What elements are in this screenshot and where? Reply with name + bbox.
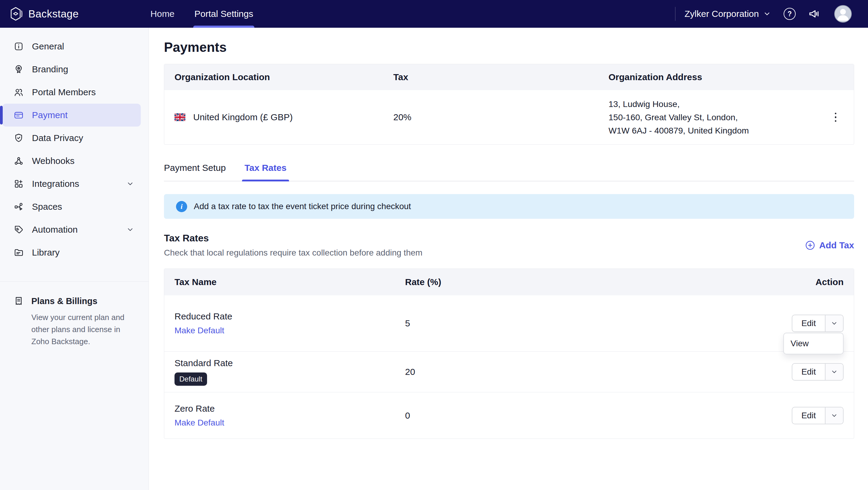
organization-location: United Kingdom (£ GBP): [193, 112, 293, 122]
help-icon[interactable]: ?: [784, 8, 796, 20]
edit-split-button: Edit: [792, 315, 844, 332]
organization-table: Organization Location Tax Organization A…: [164, 64, 854, 145]
sidebar-item-label: Portal Members: [32, 87, 96, 97]
nav-link-home[interactable]: Home: [150, 0, 175, 28]
chevron-down-icon[interactable]: [826, 407, 843, 424]
backstage-logo-icon: [10, 7, 23, 21]
info-icon: [13, 41, 24, 52]
plans-billings-link[interactable]: Plans & Billings: [13, 296, 136, 306]
sidebar-item-spaces[interactable]: Spaces: [2, 195, 141, 218]
brand-name: Backstage: [28, 8, 79, 20]
col-header-rate: Rate (%): [405, 277, 774, 287]
chevron-down-icon[interactable]: [763, 10, 771, 18]
sidebar-item-branding[interactable]: Branding: [2, 58, 141, 81]
sidebar-item-automation[interactable]: Automation: [2, 218, 141, 241]
organization-tax: 20%: [393, 112, 609, 122]
chevron-down-icon[interactable]: [826, 315, 843, 332]
plans-billings-section: Plans & Billings View your current plan …: [0, 282, 149, 347]
tax-rates-subtitle: Check that local regulations require tax…: [164, 248, 423, 258]
tax-name-cell: Zero Rate Make Default: [175, 403, 405, 428]
sidebar-item-webhooks[interactable]: Webhooks: [2, 150, 141, 172]
tax-rate: 20: [405, 367, 774, 377]
sidebar-item-label: Data Privacy: [32, 133, 83, 143]
card-icon: [13, 110, 24, 121]
tax-name: Reduced Rate: [175, 311, 405, 321]
nav-link-portal-settings[interactable]: Portal Settings: [194, 0, 253, 28]
tax-rates-table: Tax Name Rate (%) Action Reduced Rate Ma…: [164, 269, 854, 439]
sidebar-item-integrations[interactable]: Integrations: [2, 172, 141, 195]
tab-tax-rates[interactable]: Tax Rates: [244, 163, 287, 181]
integrations-icon: [13, 178, 24, 189]
sidebar-item-label: Library: [32, 247, 60, 258]
chevron-down-icon[interactable]: [826, 364, 843, 380]
default-badge: Default: [175, 372, 207, 386]
organization-address: 13, Ludwig House, 150-160, Great Valley …: [609, 97, 749, 137]
brand[interactable]: Backstage: [10, 7, 79, 21]
sidebar-item-portal-members[interactable]: Portal Members: [2, 81, 141, 104]
settings-sidebar: General Branding Portal M: [0, 28, 149, 490]
members-icon: [13, 87, 24, 98]
col-header-tax: Tax: [393, 72, 609, 82]
top-nav-links: Home Portal Settings: [150, 0, 273, 28]
make-default-link[interactable]: Make Default: [175, 418, 224, 428]
edit-button[interactable]: Edit: [792, 407, 825, 424]
make-default-link[interactable]: Make Default: [175, 326, 224, 335]
tax-name: Zero Rate: [175, 403, 405, 414]
sidebar-item-library[interactable]: Library: [2, 241, 141, 264]
tax-rates-title: Tax Rates: [164, 233, 423, 244]
top-navbar: Backstage Home Portal Settings Zylker Co…: [0, 0, 868, 28]
dropdown-item-view[interactable]: View: [784, 333, 843, 354]
col-header-organization-location: Organization Location: [175, 72, 393, 82]
tax-rate: 5: [405, 318, 774, 329]
tax-row-zero-rate: Zero Rate Make Default 0 Edit: [164, 392, 854, 438]
sidebar-item-data-privacy[interactable]: Data Privacy: [2, 127, 141, 150]
webhook-icon: [13, 155, 24, 166]
avatar[interactable]: [834, 5, 852, 23]
sidebar-item-label: Automation: [32, 224, 78, 235]
tab-payment-setup[interactable]: Payment Setup: [164, 163, 226, 181]
payment-tabs: Payment Setup Tax Rates: [164, 163, 854, 181]
info-banner-text: Add a tax rate to tax the event ticket p…: [194, 202, 411, 211]
uk-flag-icon: [175, 113, 185, 121]
plans-billings-description: View your current plan and other plans a…: [31, 311, 136, 347]
badge-icon: [13, 64, 24, 75]
organization-address-cell: 13, Ludwig House, 150-160, Great Valley …: [609, 97, 854, 137]
sidebar-item-label: Webhooks: [32, 156, 74, 166]
tax-row-reduced-rate: Reduced Rate Make Default 5 Edit View: [164, 295, 854, 351]
chevron-down-icon[interactable]: [126, 180, 134, 188]
organization-row: United Kingdom (£ GBP) 20% 13, Ludwig Ho…: [164, 90, 854, 144]
edit-button[interactable]: Edit: [792, 364, 825, 380]
add-tax-label: Add Tax: [819, 240, 854, 250]
topnav-right: Zylker Corporation ?: [675, 5, 852, 23]
info-circle-icon: i: [176, 201, 187, 212]
address-line: 13, Ludwig House,: [609, 97, 749, 111]
col-header-tax-name: Tax Name: [175, 277, 405, 287]
chevron-down-icon[interactable]: [126, 226, 134, 234]
add-tax-button[interactable]: Add Tax: [805, 240, 854, 251]
sidebar-item-label: Integrations: [32, 179, 79, 189]
plus-circle-icon: [805, 240, 815, 251]
tax-rates-section-header: Tax Rates Check that local regulations r…: [164, 233, 854, 258]
tax-rates-heading-block: Tax Rates Check that local regulations r…: [164, 233, 423, 258]
sidebar-item-label: General: [32, 41, 64, 52]
address-line: 150-160, Great Valley St, London,: [609, 111, 749, 124]
tax-name-cell: Standard Rate Default: [175, 358, 405, 386]
org-switcher[interactable]: Zylker Corporation: [684, 9, 759, 19]
spaces-icon: [13, 201, 24, 212]
address-line: W1W 6AJ - 400879, United Kingdom: [609, 124, 749, 137]
tax-action-cell: Edit: [792, 407, 844, 424]
tax-action-cell: Edit: [792, 363, 844, 380]
tax-table-header: Tax Name Rate (%) Action: [164, 269, 854, 295]
edit-button[interactable]: Edit: [792, 315, 825, 332]
receipt-icon: [13, 296, 24, 306]
organization-location-cell: United Kingdom (£ GBP): [175, 112, 393, 122]
tag-icon: [13, 224, 24, 235]
kebab-menu-icon[interactable]: [832, 110, 839, 124]
shield-check-icon: [13, 132, 24, 144]
payments-main: Payments Organization Location Tax Organ…: [149, 28, 868, 490]
sidebar-item-label: Spaces: [32, 202, 62, 212]
tax-name-cell: Reduced Rate Make Default: [175, 311, 405, 335]
sidebar-item-general[interactable]: General: [2, 35, 141, 58]
announcements-icon[interactable]: [808, 7, 820, 20]
sidebar-item-payment[interactable]: Payment: [2, 104, 141, 127]
